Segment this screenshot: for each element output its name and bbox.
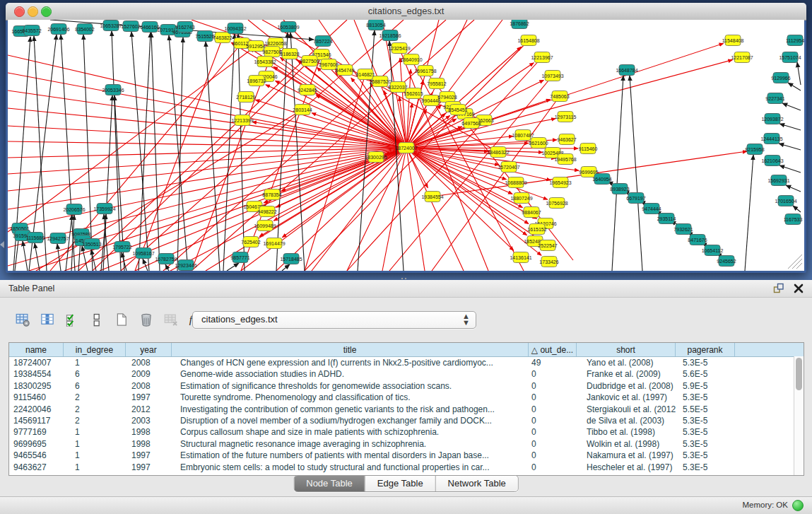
node-label: 8186328: [280, 52, 299, 57]
citation-network-graph[interactable]: 7463822860112859129541822605898275088186…: [8, 20, 804, 271]
node-label: 20206576: [63, 207, 85, 212]
cell: 5.3E-5: [676, 426, 735, 438]
node-label: 9129966: [771, 76, 790, 81]
float-panel-icon[interactable]: [772, 282, 785, 295]
table-row[interactable]: 977716911998Corpus callosum shape and si…: [9, 426, 804, 438]
cell: 2012: [126, 404, 172, 415]
node-label: 16210643: [761, 158, 783, 163]
node-label: 9827508: [262, 49, 281, 54]
delete-table-icon[interactable]: [136, 310, 155, 329]
node-label: 2522547: [538, 243, 557, 248]
collapse-panel-arrow-icon[interactable]: [0, 241, 4, 248]
table-row[interactable]: 1938455462009Genome-wide association stu…: [9, 368, 804, 380]
cell: Dudbridge et al. (2008): [577, 380, 676, 392]
column-header-name[interactable]: name: [9, 343, 64, 356]
node-label: 10688809: [505, 180, 526, 185]
table-row[interactable]: 2242004622012Investigating the contribut…: [9, 404, 804, 415]
node-label: 1640954: [592, 177, 611, 182]
cell: 6: [64, 368, 126, 380]
application-window: citations_edges.txt 74638228601128591295…: [0, 0, 812, 514]
cell: 2003: [126, 415, 172, 426]
node-label: 18226058: [264, 41, 286, 46]
table-row[interactable]: 946554611997Estimation of the future num…: [9, 450, 804, 461]
table-row[interactable]: 946362711997Embryonic stem cells: a mode…: [9, 462, 804, 473]
node-label: 8322037: [388, 85, 407, 90]
table-panel-title: Table Panel: [8, 284, 54, 293]
node-label: 11548408: [722, 38, 744, 43]
network-desktop-background: citations_edges.txt 74638228601128591295…: [0, 0, 812, 281]
node-label: 14136141: [510, 255, 531, 260]
cell: 1: [64, 450, 126, 461]
node-label: 12093872: [761, 117, 783, 122]
cell: 1997: [126, 450, 172, 461]
node-label: 15692931: [767, 178, 789, 183]
table-options-icon[interactable]: [13, 310, 32, 329]
column-header-out_de[interactable]: △ out_de...: [529, 343, 577, 356]
cell: 6: [64, 380, 126, 392]
cell: 49: [529, 357, 577, 368]
table-row[interactable]: 1830029562008Estimation of significance …: [9, 380, 804, 392]
table-row[interactable]: 1872400712008Changes of HCN gene express…: [9, 357, 804, 368]
node-label: 1562615: [404, 91, 423, 96]
select-all-icon[interactable]: [62, 310, 81, 329]
node-label: 18724007: [395, 146, 417, 151]
table-header-row: namein_degreeyeartitle△ out_de...shortpa…: [9, 343, 804, 357]
cell: Wolkin et al. (1998): [577, 438, 676, 450]
node-label: 19654923: [549, 180, 571, 185]
cell: 14569117: [9, 415, 64, 426]
show-columns-icon[interactable]: [37, 310, 57, 329]
column-header-in_degree[interactable]: in_degree: [64, 343, 126, 356]
table-row[interactable]: 911546021997Tourette syndrome. Phenomeno…: [9, 392, 804, 403]
cell: 19384554: [9, 368, 64, 380]
cell: 5.3E-5: [676, 415, 735, 426]
node-label: 10807487: [512, 133, 534, 138]
create-table-icon[interactable]: [112, 310, 131, 329]
cell: 9465546: [9, 450, 64, 461]
node-label: 16961758: [414, 69, 436, 74]
column-header-pagerank[interactable]: pagerank: [676, 343, 735, 356]
scrollbar-thumb[interactable]: [796, 358, 802, 390]
node-label: 1896732: [247, 78, 266, 83]
tab-edge-table[interactable]: Edge Table: [365, 476, 435, 491]
column-header-short[interactable]: short: [577, 343, 676, 356]
table-vertical-scrollbar[interactable]: [794, 356, 804, 475]
node-label: 1795722: [112, 245, 131, 250]
node-label: 1350513: [82, 242, 101, 247]
cell: Estimation of significance thresholds fo…: [172, 380, 529, 392]
tab-node-table[interactable]: Node Table: [294, 476, 365, 491]
cell: 0: [529, 415, 577, 426]
dropdown-arrows-icon: ▲▼: [462, 313, 470, 326]
node-label: 1733426: [539, 259, 558, 264]
node-label: 12213967: [531, 55, 553, 60]
node-label: 18640910: [400, 57, 422, 62]
cell: 0: [529, 438, 577, 450]
node-label: 19218586: [379, 33, 401, 38]
canvas-resize-grip[interactable]: [788, 255, 802, 269]
node-label: 6794028: [437, 95, 457, 100]
close-panel-icon[interactable]: [792, 282, 805, 295]
node-label: 1115686: [26, 235, 45, 240]
cell: 2009: [126, 368, 172, 380]
node-label: 2718129: [236, 95, 255, 100]
network-canvas[interactable]: 7463822860112859129541822605898275088186…: [8, 20, 804, 271]
table-row[interactable]: 1456911722003Disruption of a novel membe…: [9, 415, 804, 426]
cell: 1997: [126, 392, 172, 403]
cell: 0: [529, 368, 577, 380]
node-label: 7955812: [427, 81, 446, 86]
cell: 5.3E-5: [676, 357, 735, 368]
unselect-all-icon[interactable]: [87, 310, 106, 329]
cell: de Silva et al. (2003): [577, 415, 676, 426]
node-label: 12217087: [731, 55, 753, 60]
table-selector-dropdown[interactable]: citations_edges.txt ▲▼: [192, 311, 476, 329]
table-row[interactable]: 969969511998Structural magnetic resonanc…: [9, 438, 804, 450]
column-header-year[interactable]: year: [126, 343, 172, 356]
column-header-title[interactable]: title: [172, 343, 529, 356]
cell: 2008: [126, 357, 172, 368]
network-window-titlebar[interactable]: citations_edges.txt: [6, 3, 806, 21]
node-label: 12213399: [231, 118, 253, 123]
cell: 0: [529, 450, 577, 461]
tab-network-table[interactable]: Network Table: [435, 476, 518, 491]
cell: 18300295: [9, 380, 64, 392]
cell: Embryonic stem cells: a model to study s…: [172, 462, 529, 473]
memory-status-label: Memory: OK: [742, 501, 788, 509]
